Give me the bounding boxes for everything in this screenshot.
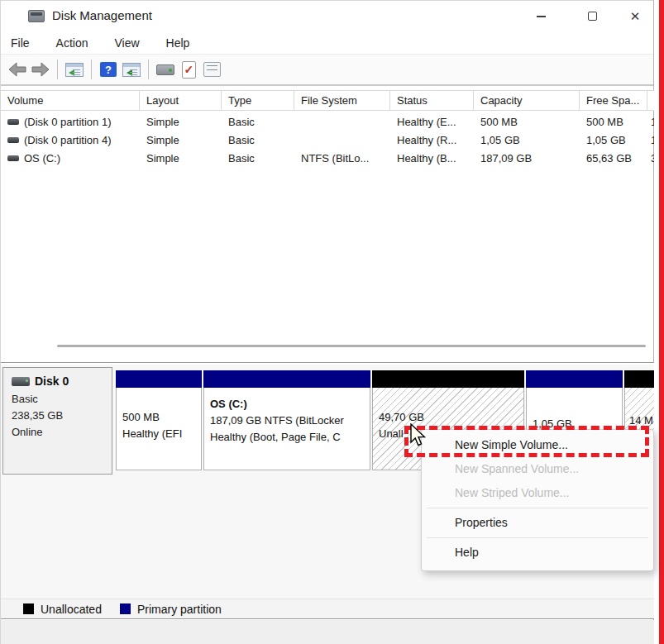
col-header-type[interactable]: Type xyxy=(222,90,294,111)
cell-freespace: 500 MB xyxy=(580,113,647,131)
col-header-volume[interactable]: Volume xyxy=(1,90,140,111)
red-annotation-edge xyxy=(659,0,664,644)
cell-freespace: 65,63 GB xyxy=(580,150,647,168)
cell-filesystem xyxy=(294,131,390,150)
disk0-panel[interactable]: Disk 0 Basic 238,35 GB Online xyxy=(2,367,112,475)
cell-volume: (Disk 0 partition 1) xyxy=(24,116,111,128)
minimize-icon xyxy=(537,16,546,17)
col-header-freespace[interactable]: Free Spa... xyxy=(580,90,647,111)
toolbar-separator xyxy=(57,60,58,79)
partition-body: 500 MB Healthy (EFI xyxy=(116,388,202,470)
partition-header-bar xyxy=(203,370,370,388)
cell-freespace: 1,05 GB xyxy=(580,131,647,150)
refresh-disk-button[interactable] xyxy=(155,59,176,80)
close-button[interactable]: ✕ xyxy=(616,1,654,31)
partition-size: 14 M xyxy=(629,413,654,429)
window-title: Disk Management xyxy=(52,8,152,22)
menubar: File Action View Help xyxy=(1,32,653,54)
partition-header-bar xyxy=(526,370,623,388)
disk-name: Disk 0 xyxy=(35,374,69,388)
partition-header-bar xyxy=(624,370,654,388)
volume-drive-icon xyxy=(7,137,19,143)
action-pane-icon xyxy=(122,63,141,77)
disk-device-icon xyxy=(156,64,174,75)
help-button[interactable]: ? xyxy=(98,59,119,80)
cell-layout: Simple xyxy=(140,131,222,150)
partition-status: Healthy (Boot, Page File, C xyxy=(210,429,368,446)
volume-drive-icon xyxy=(7,119,19,125)
legend-label-primary: Primary partition xyxy=(137,603,222,616)
cell-capacity: 1,05 GB xyxy=(474,131,580,150)
menu-action[interactable]: Action xyxy=(48,34,97,52)
maximize-button[interactable] xyxy=(573,1,611,31)
cell-status: Healthy (R... xyxy=(390,131,474,150)
unallocated-color-swatch xyxy=(23,603,34,614)
partition-size: 500 MB xyxy=(122,409,199,426)
partition-efi[interactable]: 500 MB Healthy (EFI xyxy=(116,370,202,470)
partition-os-c[interactable]: OS (C:) 187,09 GB NTFS (BitLocker Health… xyxy=(203,370,370,470)
minimize-button[interactable] xyxy=(522,1,560,31)
col-header-percent[interactable]: % xyxy=(647,90,654,111)
disk-status: Online xyxy=(12,424,112,441)
forward-button[interactable] xyxy=(30,59,51,80)
cell-percent: 3 xyxy=(647,150,654,168)
show-console-tree-button[interactable] xyxy=(64,59,85,80)
menu-item-new-simple-volume[interactable]: New Simple Volume... xyxy=(422,433,653,457)
partition-size: 187,09 GB NTFS (BitLocker xyxy=(210,413,368,429)
back-arrow-icon xyxy=(8,61,26,78)
menu-item-help[interactable]: Help xyxy=(422,541,653,565)
partition-size: 49,70 GB xyxy=(379,409,522,426)
back-button[interactable] xyxy=(7,59,28,80)
cell-capacity: 187,09 GB xyxy=(474,150,580,168)
partition-header-bar xyxy=(116,370,202,388)
cell-status: Healthy (E... xyxy=(390,113,474,131)
menu-file[interactable]: File xyxy=(2,34,38,52)
menu-item-new-striped-volume: New Striped Volume... xyxy=(422,481,653,505)
console-tree-icon xyxy=(65,63,84,77)
forward-arrow-icon xyxy=(31,61,50,78)
partition-title: OS (C:) xyxy=(210,396,368,413)
primary-partition-color-swatch xyxy=(120,603,131,614)
cell-type: Basic xyxy=(222,131,294,150)
legend-bar: Unallocated Primary partition xyxy=(1,599,655,619)
cell-layout: Simple xyxy=(140,150,222,168)
cell-percent: 1 xyxy=(647,113,654,131)
settings-list-icon xyxy=(203,62,221,77)
menu-help[interactable]: Help xyxy=(158,34,198,52)
toolbar: ? xyxy=(1,54,653,86)
cell-type: Basic xyxy=(222,113,294,131)
app-disk-icon xyxy=(28,10,45,22)
partition-status: Healthy (EFI xyxy=(122,426,199,442)
check-disk-button[interactable] xyxy=(178,59,199,80)
legend-label-unallocated: Unallocated xyxy=(41,603,102,616)
cell-status: Healthy (B... xyxy=(390,150,474,168)
cell-volume: (Disk 0 partition 4) xyxy=(24,134,111,146)
menu-separator xyxy=(427,537,648,538)
disk-capacity: 238,35 GB xyxy=(12,408,112,424)
menu-item-new-spanned-volume: New Spanned Volume... xyxy=(422,457,653,481)
horizontal-scrollbar[interactable] xyxy=(57,345,646,347)
cell-type: Basic xyxy=(222,150,294,168)
menu-view[interactable]: View xyxy=(106,34,147,52)
mouse-cursor-icon xyxy=(409,423,429,450)
col-header-status[interactable]: Status xyxy=(390,90,474,111)
checked-document-icon xyxy=(182,61,196,79)
disk-drive-icon xyxy=(12,377,30,386)
toolbar-separator xyxy=(148,60,149,79)
col-header-layout[interactable]: Layout xyxy=(140,90,222,111)
action-pane-button[interactable] xyxy=(121,59,142,80)
menu-separator xyxy=(427,508,648,508)
cell-percent: 1 xyxy=(647,131,654,150)
titlebar: Disk Management ✕ xyxy=(1,1,653,31)
volume-drive-icon xyxy=(7,155,19,161)
properties-list-button[interactable] xyxy=(201,59,222,80)
cell-capacity: 500 MB xyxy=(474,113,580,131)
context-menu: New Simple Volume... New Spanned Volume.… xyxy=(421,429,654,571)
cell-volume: OS (C:) xyxy=(24,152,60,165)
col-header-capacity[interactable]: Capacity xyxy=(474,90,580,111)
col-header-filesystem[interactable]: File System xyxy=(294,90,390,111)
cell-filesystem xyxy=(294,113,390,131)
status-strip xyxy=(1,620,655,644)
menu-item-properties[interactable]: Properties xyxy=(422,511,653,535)
close-icon: ✕ xyxy=(630,10,641,22)
